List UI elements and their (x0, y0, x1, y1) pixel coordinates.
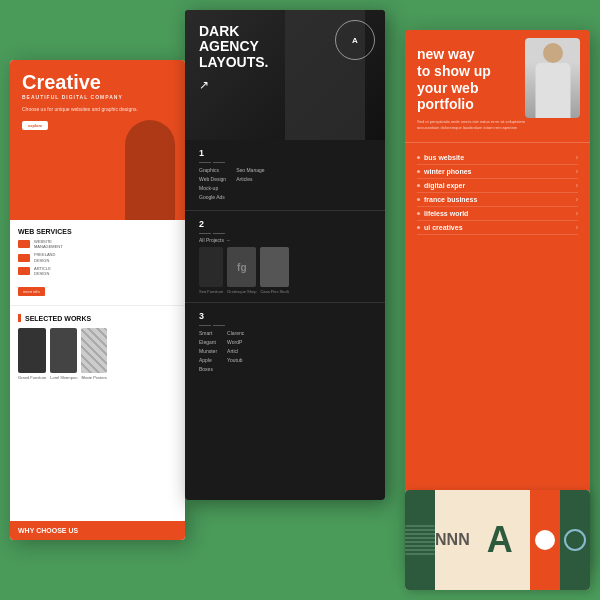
item-text-2: winter phones (424, 168, 471, 175)
work-item-1: Grand Furniture (18, 328, 46, 380)
footer-title: WHY CHOOSE US (18, 527, 177, 534)
service-item-1: WEBSITEMANAGEMENT (18, 239, 177, 249)
arrow-3: › (576, 182, 578, 189)
item-text-3: digital exper (424, 182, 465, 189)
project-3: Casa Flex Studi (260, 247, 288, 294)
section-3-num: 3 (199, 311, 371, 321)
arrow-5: › (576, 210, 578, 217)
footer-section: WHY CHOOSE US (10, 521, 185, 540)
project-label-2: Grotesque Shop (227, 289, 256, 294)
works-title: SELECTED WORKS (18, 314, 177, 322)
geo-container: NNN A (405, 490, 590, 590)
arrow-icon: ↗ (199, 78, 371, 92)
section-lines (199, 162, 371, 163)
badge-letter: A (352, 36, 358, 45)
line-6 (213, 325, 225, 326)
services-section: WEB SERVICES WEBSITEMANAGEMENT FREELANDD… (10, 220, 185, 306)
dot-1 (417, 156, 420, 159)
work-label-3: Movie Posters (81, 375, 106, 380)
portfolio-list: bus website › winter phones › digital ex… (405, 142, 590, 243)
geo-spiral (564, 529, 586, 551)
project-1: Sea Furniture (199, 247, 223, 294)
geo-section-3: A (470, 490, 530, 590)
list-item-6[interactable]: ui creatives › (417, 221, 578, 235)
works-section: SELECTED WORKS Grand Furniture Lorel Sha… (10, 306, 185, 392)
geo-big-a: A (487, 522, 513, 558)
work-label-1: Grand Furniture (18, 375, 46, 380)
line-1 (199, 162, 211, 163)
line-4 (213, 233, 225, 234)
card-middle: DARKAGENCYLAYOUTS. A ↗ 1 GraphicsWeb Des… (185, 10, 385, 500)
project-label-3: Casa Flex Studi (260, 289, 288, 294)
service-icon-3 (18, 267, 30, 275)
hero-title: Creative (22, 72, 173, 92)
project-2: fg Grotesque Shop (227, 247, 256, 294)
hero-person (125, 120, 175, 220)
section-2-num: 2 (199, 219, 371, 229)
item-text-1: bus website (424, 154, 464, 161)
project-thumb-3 (260, 247, 288, 287)
list-item-2[interactable]: winter phones › (417, 165, 578, 179)
list-item-3[interactable]: digital exper › (417, 179, 578, 193)
middle-hero: DARKAGENCYLAYOUTS. A ↗ (185, 10, 385, 140)
section-1-list-left: GraphicsWeb DesignMock-upGoogle Ads (199, 166, 226, 202)
section-3-list-right: ClarencWordPArticlYoutub (227, 329, 244, 374)
services-title: WEB SERVICES (18, 228, 177, 235)
person-shape (525, 38, 580, 118)
works-accent (18, 314, 21, 322)
person-body (535, 63, 570, 118)
geo-pattern (405, 525, 435, 555)
dot-2 (417, 170, 420, 173)
item-text-6: ui creatives (424, 224, 463, 231)
list-item-5[interactable]: lifeless world › (417, 207, 578, 221)
geo-circle (535, 530, 555, 550)
section-1-num: 1 (199, 148, 371, 158)
list-item-4[interactable]: france business › (417, 193, 578, 207)
portfolio-title: new wayto show upyour webportfolio (417, 46, 517, 113)
service-icon-2 (18, 254, 30, 262)
work-visual-1 (18, 328, 46, 373)
dot-6 (417, 226, 420, 229)
geo-section-4 (530, 490, 560, 590)
service-button[interactable]: more info (18, 287, 45, 296)
geo-section-5 (560, 490, 590, 590)
service-text-1: WEBSITEMANAGEMENT (34, 239, 63, 249)
projects-row: Sea Furniture fg Grotesque Shop Casa Fle… (199, 247, 371, 294)
section-3: 3 SmartElegantMunsterAppleBoxes ClarencW… (185, 303, 385, 382)
geo-letter-n: NNN (435, 531, 470, 549)
item-text-4: france business (424, 196, 477, 203)
arrow-6: › (576, 224, 578, 231)
service-item-2: FREELANDDESIGN (18, 252, 177, 262)
hero-button[interactable]: explore (22, 121, 48, 130)
work-visual-3 (81, 328, 106, 373)
card-bottom: NNN A (405, 490, 590, 590)
section-2: 2 All Projects → Sea Furniture fg Grotes… (185, 211, 385, 303)
service-text-2: FREELANDDESIGN (34, 252, 55, 262)
hero-description: Choose us for unique websites and graphi… (22, 106, 173, 113)
left-hero: Creative BEAUTIFUL DIGITAL COMPANY Choos… (10, 60, 185, 220)
geo-section-1 (405, 490, 435, 590)
hero-subtitle: BEAUTIFUL DIGITAL COMPANY (22, 94, 173, 100)
section-3-list-left: SmartElegantMunsterAppleBoxes (199, 329, 217, 374)
person-head (543, 43, 563, 63)
line-5 (199, 325, 211, 326)
list-item-1[interactable]: bus website › (417, 151, 578, 165)
work-item-2: Lorel Shampoo (50, 328, 77, 380)
card-left: Creative BEAUTIFUL DIGITAL COMPANY Choos… (10, 60, 185, 540)
work-thumb-2 (50, 328, 77, 373)
card-right: new wayto show upyour webportfolio Sed u… (405, 30, 590, 570)
work-item-3: Movie Posters (81, 328, 106, 380)
section-3-lines (199, 325, 371, 326)
portfolio-person (525, 38, 580, 118)
item-text-5: lifeless world (424, 210, 468, 217)
dot-5 (417, 212, 420, 215)
project-thumb-1 (199, 247, 223, 287)
work-visual-2 (50, 328, 77, 373)
line-2 (213, 162, 225, 163)
section-1-content: GraphicsWeb DesignMock-upGoogle Ads Seo … (199, 166, 371, 202)
portfolio-description: Sed ut perspiciatis unde omnis iste natu… (417, 119, 527, 130)
work-thumb-3 (81, 328, 106, 373)
right-top: new wayto show upyour webportfolio Sed u… (405, 30, 590, 142)
arrow-1: › (576, 154, 578, 161)
work-thumb-1 (18, 328, 46, 373)
